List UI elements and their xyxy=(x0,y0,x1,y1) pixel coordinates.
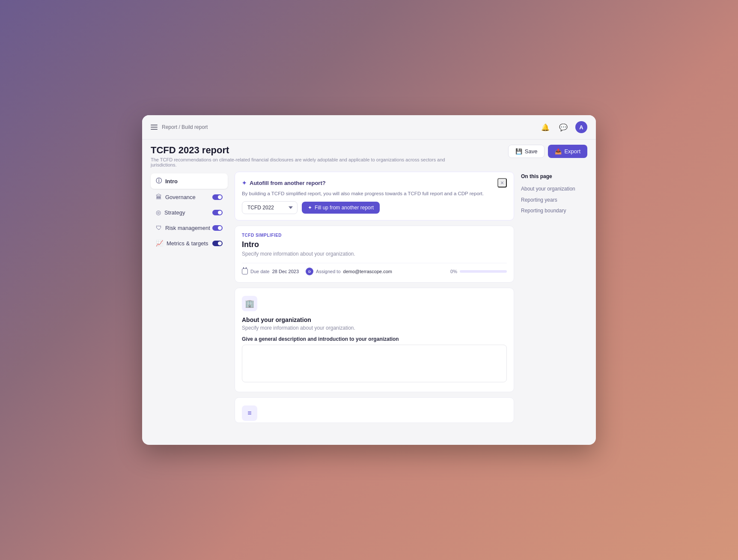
autofill-description: By building a TCFD simplified report, yo… xyxy=(242,191,507,196)
autofill-controls: TCFD 2022 TCFD 2021 TCFD 2020 ✦ Fill up … xyxy=(242,201,507,214)
sidebar-item-governance[interactable]: 🏛 Governance xyxy=(151,190,228,204)
strategy-icon: ◎ xyxy=(156,209,161,216)
governance-icon: 🏛 xyxy=(156,194,162,200)
intro-icon: ⓘ xyxy=(156,177,162,185)
sidebar-item-intro-label: Intro xyxy=(165,178,178,185)
assignee-avatar: D xyxy=(306,268,313,275)
export-icon: 📤 xyxy=(555,148,562,155)
risk-toggle[interactable] xyxy=(212,225,223,231)
about-org-icon-wrap: 🏢 xyxy=(242,296,257,311)
sidebar: ⓘ Intro 🏛 Governance ◎ Strategy xyxy=(151,172,228,436)
assignee: D Assigned to demo@terrascope.com xyxy=(306,268,392,275)
star-icon: ✦ xyxy=(242,180,247,186)
intro-card: TCFD simplified Intro Specify more infor… xyxy=(235,226,514,283)
right-sidebar: On this page About your organization Rep… xyxy=(521,172,587,436)
sidebar-item-intro[interactable]: ⓘ Intro xyxy=(151,173,228,189)
breadcrumb-report[interactable]: Report xyxy=(162,124,177,130)
save-label: Save xyxy=(525,148,538,155)
strategy-toggle[interactable] xyxy=(212,210,223,215)
chat-icon[interactable]: 💬 xyxy=(557,121,569,133)
progress-wrap: 0% xyxy=(450,269,507,274)
report-year-dropdown[interactable]: TCFD 2022 TCFD 2021 TCFD 2020 xyxy=(242,201,298,214)
fill-button-label: Fill up from another report xyxy=(315,205,374,211)
autofill-title: ✦ Autofill from another report? xyxy=(242,180,326,186)
page-title: TCFD 2023 report xyxy=(151,145,450,156)
top-bar-left: Report / Build report xyxy=(151,124,208,130)
risk-icon: 🛡 xyxy=(156,224,162,231)
on-this-page-reporting-years[interactable]: Reporting years xyxy=(521,195,587,206)
metrics-toggle[interactable] xyxy=(212,241,223,246)
save-icon: 💾 xyxy=(515,148,522,155)
sidebar-item-governance-label: Governance xyxy=(165,194,196,200)
export-button[interactable]: 📤 Export xyxy=(548,145,587,158)
calendar-icon xyxy=(242,268,248,274)
page-header: TCFD 2023 report The TCFD recommendation… xyxy=(142,140,596,172)
sidebar-item-risk-label: Risk management xyxy=(165,225,210,231)
second-section-icon: ≡ xyxy=(247,409,251,417)
progress-bar-bg xyxy=(460,270,507,273)
notification-icon[interactable]: 🔔 xyxy=(539,121,551,133)
header-actions: 💾 Save 📤 Export xyxy=(508,145,587,158)
sidebar-item-strategy[interactable]: ◎ Strategy xyxy=(151,205,228,220)
due-date-value: 28 Dec 2023 xyxy=(272,269,299,274)
progress-pct: 0% xyxy=(450,269,457,274)
save-button[interactable]: 💾 Save xyxy=(508,145,545,158)
card-footer: Due date 28 Dec 2023 D Assigned to demo@… xyxy=(242,263,507,275)
field-label: Give a general description and introduct… xyxy=(242,336,507,342)
on-this-page-title: On this page xyxy=(521,173,587,179)
avatar[interactable]: A xyxy=(575,121,587,133)
fill-star-icon: ✦ xyxy=(308,205,312,211)
about-org-icon: 🏢 xyxy=(245,299,254,308)
content-area: ✦ Autofill from another report? × By bui… xyxy=(235,172,514,436)
page-subtitle: The TCFD recommendations on climate-rela… xyxy=(151,157,450,167)
about-org-desc: Specify more information about your orga… xyxy=(242,325,507,331)
autofill-banner: ✦ Autofill from another report? × By bui… xyxy=(235,172,514,220)
autofill-title-text: Autofill from another report? xyxy=(250,180,326,186)
assigned-email: demo@terrascope.com xyxy=(343,269,393,274)
due-date-label: Due date xyxy=(250,269,270,274)
fill-up-button[interactable]: ✦ Fill up from another report xyxy=(302,202,380,214)
card-title: Intro xyxy=(242,240,507,249)
governance-toggle[interactable] xyxy=(212,194,223,200)
on-this-page-about-org[interactable]: About your organization xyxy=(521,184,587,195)
card-description: Specify more information about your orga… xyxy=(242,251,507,257)
menu-icon[interactable] xyxy=(151,125,158,130)
breadcrumb-sep: / xyxy=(179,124,180,130)
breadcrumb-current: Build report xyxy=(182,124,208,130)
main-layout: ⓘ Intro 🏛 Governance ◎ Strategy xyxy=(142,172,596,445)
top-bar-right: 🔔 💬 A xyxy=(539,121,587,133)
header-left: TCFD 2023 report The TCFD recommendation… xyxy=(151,145,450,167)
top-bar: Report / Build report 🔔 💬 A xyxy=(142,115,596,140)
about-org-title: About your organization xyxy=(242,316,507,323)
on-this-page-reporting-boundary[interactable]: Reporting boundary xyxy=(521,206,587,217)
second-section-icon-wrap: ≡ xyxy=(242,405,257,421)
due-date: Due date 28 Dec 2023 xyxy=(242,268,299,274)
sidebar-item-risk[interactable]: 🛡 Risk management xyxy=(151,220,228,235)
assigned-label: Assigned to xyxy=(316,269,340,274)
export-label: Export xyxy=(564,148,580,155)
org-description-input[interactable] xyxy=(242,345,507,382)
card-badge: TCFD simplified xyxy=(242,233,507,238)
metrics-icon: 📈 xyxy=(156,240,163,247)
second-section: ≡ xyxy=(235,397,514,423)
sidebar-item-metrics[interactable]: 📈 Metrics & targets xyxy=(151,236,228,250)
sidebar-item-metrics-label: Metrics & targets xyxy=(167,240,208,247)
autofill-header: ✦ Autofill from another report? × xyxy=(242,178,507,188)
sidebar-item-strategy-label: Strategy xyxy=(164,209,185,216)
breadcrumb: Report / Build report xyxy=(162,124,208,130)
autofill-close-button[interactable]: × xyxy=(497,178,507,188)
about-org-section: 🏢 About your organization Specify more i… xyxy=(235,288,514,392)
